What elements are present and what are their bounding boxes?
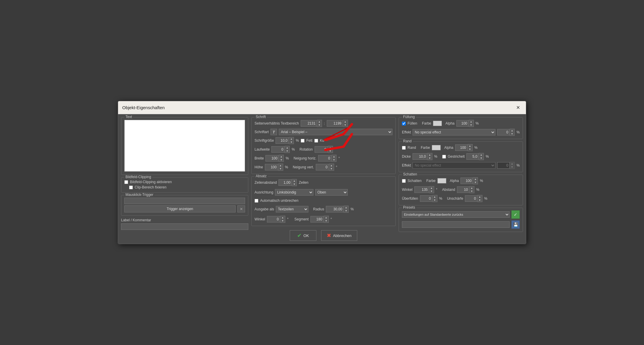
neigung-horiz-down[interactable]: ▼ [331,158,336,162]
trigger-anzeigen-btn[interactable]: Trigger anzeigen [124,205,236,212]
seitenverh-val2-up[interactable]: ▲ [343,120,348,123]
label-kommentar-input[interactable] [121,223,248,230]
winkel2-down[interactable]: ▼ [429,190,434,193]
text-input[interactable] [124,120,245,172]
neigung-vert-down[interactable]: ▼ [329,167,334,170]
font-select[interactable]: Arial – Beispiel – [279,129,392,135]
gestrichelt-down[interactable]: ▼ [479,157,484,160]
breite-input[interactable] [265,155,279,162]
ueberfuellen-down[interactable]: ▼ [432,199,437,202]
laufweite-up[interactable]: ▲ [285,146,289,149]
dicke-up[interactable]: ▲ [427,153,432,157]
hoehe-input[interactable] [265,164,278,170]
unschaerfe-up[interactable]: ▲ [477,195,482,199]
zeilenabstand-input[interactable] [278,179,292,186]
winkel-up[interactable]: ▲ [280,216,285,219]
neigung-horiz-up[interactable]: ▲ [331,155,336,158]
rand-alpha-input[interactable] [455,144,468,151]
breite-up[interactable]: ▲ [279,155,284,158]
fuellung-effekt-input[interactable] [497,129,510,136]
segment-up[interactable]: ▲ [324,216,329,219]
cancel-button[interactable]: ✖ Abbrechen [321,230,357,241]
ueberfuellen-input[interactable] [420,195,432,202]
radius-input[interactable] [326,206,344,212]
zeilenabstand-down[interactable]: ▼ [292,183,297,186]
rand-farbe-box[interactable] [432,145,441,150]
rotation-input[interactable] [315,146,328,153]
ueberfuellen-spin: ▲ ▼ [420,195,437,202]
neigung-vert-input[interactable] [316,164,329,170]
abstand-down[interactable]: ▼ [469,190,474,193]
dicke-input[interactable] [413,153,427,160]
winkel2-up[interactable]: ▲ [429,186,434,190]
schriftgroesse-down[interactable]: ▼ [289,141,294,144]
auto-umbrechen-checkbox[interactable] [255,199,258,203]
fuellung-farbe-box[interactable] [433,121,442,126]
cancel-label: Abbrechen [333,233,352,238]
dicke-down[interactable]: ▼ [427,157,432,160]
schriftgroesse-input[interactable] [276,137,289,144]
rotation-down[interactable]: ▼ [328,149,333,153]
presets-dropdown[interactable]: Einstellungen auf Standardwerte zurücks [402,211,510,218]
neigung-horiz-input[interactable] [318,155,331,162]
position-select[interactable]: Oben Mitte Unten [315,189,348,196]
gestrichelt-up[interactable]: ▲ [479,153,484,157]
fuellung-alpha-down[interactable]: ▼ [469,123,474,127]
bildfeld-aktivieren-checkbox[interactable] [124,180,128,184]
clip-fixieren-checkbox[interactable] [129,186,133,189]
schatten-checkbox[interactable] [402,179,406,183]
preset-save-btn[interactable]: 💾 [511,220,520,229]
radius-up[interactable]: ▲ [344,206,348,209]
neigung-vert-up[interactable]: ▲ [329,164,334,167]
zeilenabstand-up[interactable]: ▲ [292,179,297,183]
fett-checkbox[interactable] [301,139,305,143]
winkel2-input[interactable] [414,186,429,193]
fuellen-checkbox[interactable] [402,122,406,125]
preset-name-input[interactable] [402,221,510,228]
hoehe-up[interactable]: ▲ [278,164,283,167]
preset-apply-btn[interactable]: ✓ [511,210,520,219]
segment-down[interactable]: ▼ [324,219,329,223]
abstand-up[interactable]: ▲ [469,186,474,190]
winkel-down[interactable]: ▼ [280,219,285,223]
laufweite-down[interactable]: ▼ [285,149,289,153]
fuellung-alpha-input[interactable] [456,120,469,127]
rand-alpha-down[interactable]: ▼ [468,148,472,151]
ausgabe-select[interactable]: Textzeilen Formtext [276,206,308,212]
rand-checkbox[interactable] [402,146,406,150]
rand-alpha-up[interactable]: ▲ [468,144,472,148]
ausrichtung-select[interactable]: Linksbündig Zentriert Rechtsbündig Block… [275,189,313,196]
schatten-alpha-up[interactable]: ▲ [473,178,478,181]
seitenverh-val2-input[interactable] [327,120,343,127]
unschaerfe-down[interactable]: ▼ [477,199,482,202]
close-button[interactable]: ✕ [514,104,522,111]
fuellung-effekt-up[interactable]: ▲ [510,129,514,132]
schatten-farbe-box[interactable] [437,178,446,183]
laufweite-input[interactable] [271,146,285,153]
seitenverh-val1-input[interactable] [301,120,317,127]
abstand-input[interactable] [457,186,469,193]
winkel-input[interactable] [267,216,280,223]
seitenverh-val2-down[interactable]: ▼ [343,123,348,127]
kursiv-checkbox[interactable] [314,139,318,143]
schatten-alpha-input[interactable] [461,178,473,184]
mausklick-input[interactable] [124,198,245,204]
rotation-up[interactable]: ▲ [328,146,333,149]
hoehe-down[interactable]: ▼ [278,167,283,170]
fuellung-effekt-down[interactable]: ▼ [510,132,514,136]
seitenverh-val1-down[interactable]: ▼ [317,123,322,127]
gestrichelt-checkbox[interactable] [442,155,446,159]
gestrichelt-input[interactable] [466,153,479,160]
ueberfuellen-up[interactable]: ▲ [432,195,437,199]
seitenverh-val1-up[interactable]: ▲ [317,120,322,123]
segment-input[interactable] [310,216,324,223]
unschaerfe-input[interactable] [465,195,477,202]
radius-down[interactable]: ▼ [344,209,348,212]
schatten-alpha-down[interactable]: ▼ [473,181,478,184]
trigger-clear-btn[interactable]: ✕ [237,205,245,212]
breite-down[interactable]: ▼ [279,158,284,162]
ok-button[interactable]: ✔ OK [290,230,316,241]
fuellung-alpha-up[interactable]: ▲ [469,120,474,123]
schriftgroesse-up[interactable]: ▲ [289,137,294,141]
fuellung-effekt-select[interactable]: No special effect [413,129,495,136]
